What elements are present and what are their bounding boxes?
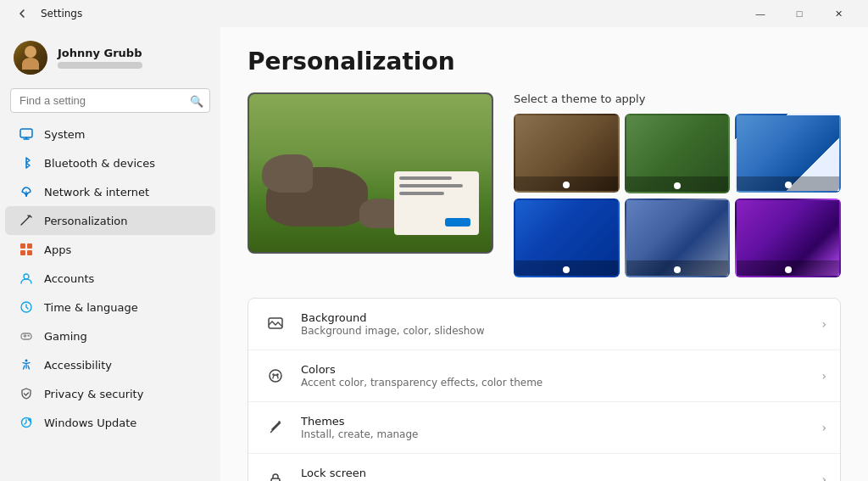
theme-option-6[interactable] — [735, 199, 841, 277]
search-box: 🔍 — [10, 88, 210, 113]
sidebar: Johnny Grubb 🔍 System Bluetooth & device… — [0, 27, 220, 481]
svg-point-12 — [270, 370, 281, 382]
theme-preview — [248, 92, 493, 254]
sidebar-item-label-privacy: Privacy & security — [44, 388, 143, 400]
preview-background — [249, 94, 492, 252]
theme-select-panel: Select a theme to apply — [514, 92, 841, 277]
profile-name: Johnny Grubb — [58, 47, 142, 59]
sidebar-item-bluetooth[interactable]: Bluetooth & devices — [5, 148, 215, 177]
page-title: Personalization — [248, 48, 841, 76]
lockscreen-icon — [262, 466, 289, 481]
theme-section: Select a theme to apply — [248, 92, 841, 277]
background-text: Background Background image, color, slid… — [301, 311, 810, 337]
sidebar-item-label-update: Windows Update — [44, 417, 136, 429]
colors-title: Colors — [301, 363, 810, 376]
theme-taskbar-dot-4 — [563, 266, 570, 273]
sidebar-item-time[interactable]: Time & language — [5, 293, 215, 322]
sidebar-item-system[interactable]: System — [5, 120, 215, 148]
lockscreen-text: Lock screen Lock screen images, apps, an… — [301, 467, 810, 481]
user-profile[interactable]: Johnny Grubb — [0, 34, 220, 88]
theme-select-label: Select a theme to apply — [514, 92, 841, 105]
themes-title: Themes — [301, 415, 810, 428]
svg-point-1 — [25, 195, 27, 197]
sidebar-item-label-personalization: Personalization — [44, 215, 128, 227]
settings-item-lockscreen[interactable]: Lock screen Lock screen images, apps, an… — [248, 454, 840, 481]
gaming-icon — [19, 328, 34, 344]
lockscreen-title: Lock screen — [301, 467, 810, 479]
svg-rect-5 — [27, 250, 32, 255]
theme-option-3[interactable] — [735, 114, 841, 193]
hippo-head — [262, 154, 313, 193]
theme-taskbar-dot-6 — [785, 266, 792, 273]
colors-text: Colors Accent color, transparency effect… — [301, 363, 810, 389]
sidebar-item-label-gaming: Gaming — [44, 330, 87, 343]
window-btn-preview — [445, 218, 470, 227]
theme-taskbar-dot-3 — [785, 182, 792, 188]
profile-subtitle — [58, 62, 142, 69]
sidebar-item-label-accessibility: Accessibility — [44, 359, 112, 372]
sidebar-item-accounts[interactable]: Accounts — [5, 264, 215, 293]
time-icon — [19, 299, 34, 315]
settings-list: Background Background image, color, slid… — [248, 298, 841, 481]
colors-icon — [262, 362, 289, 389]
update-icon — [19, 415, 34, 430]
sidebar-item-label-system: System — [44, 128, 85, 141]
svg-rect-3 — [27, 243, 32, 249]
personalization-icon — [19, 213, 34, 228]
sidebar-item-network[interactable]: Network & internet — [5, 177, 215, 206]
svg-rect-2 — [20, 243, 25, 249]
sidebar-item-update[interactable]: Windows Update — [5, 408, 215, 437]
background-arrow: › — [821, 317, 826, 331]
themes-arrow: › — [821, 421, 826, 434]
bluetooth-icon — [19, 155, 34, 171]
svg-point-6 — [24, 274, 29, 279]
theme-grid — [514, 114, 841, 277]
window-line-2 — [399, 184, 463, 187]
sidebar-item-personalization[interactable]: Personalization — [5, 206, 215, 235]
theme-option-5[interactable] — [625, 199, 731, 278]
theme-taskbar-dot-2 — [674, 182, 681, 189]
theme-option-2[interactable] — [625, 114, 731, 193]
theme-taskbar-dot-5 — [674, 266, 681, 273]
colors-subtitle: Accent color, transparency effects, colo… — [301, 377, 810, 389]
sidebar-item-accessibility[interactable]: Accessibility — [5, 350, 215, 379]
window-controls: — □ ✕ — [741, 0, 858, 27]
back-button[interactable] — [10, 2, 34, 25]
title-bar: Settings — □ ✕ — [0, 0, 868, 27]
app-title: Settings — [41, 8, 82, 20]
theme-taskbar-dot-1 — [563, 182, 570, 188]
sidebar-item-gaming[interactable]: Gaming — [5, 322, 215, 350]
settings-item-themes[interactable]: Themes Install, create, manage › — [248, 402, 840, 454]
app-body: Johnny Grubb 🔍 System Bluetooth & device… — [0, 27, 868, 481]
minimize-button[interactable]: — — [741, 0, 780, 27]
themes-icon — [262, 414, 289, 441]
settings-item-colors[interactable]: Colors Accent color, transparency effect… — [248, 350, 840, 402]
main-content: Personalization Sele — [220, 27, 868, 481]
maximize-button[interactable]: □ — [780, 0, 819, 27]
theme-option-4[interactable] — [514, 199, 620, 277]
svg-rect-4 — [20, 250, 25, 255]
background-title: Background — [301, 311, 810, 324]
privacy-icon — [19, 386, 34, 401]
avatar — [14, 41, 47, 75]
search-input[interactable] — [10, 88, 210, 113]
close-button[interactable]: ✕ — [819, 0, 858, 27]
sidebar-item-apps[interactable]: Apps — [5, 235, 215, 264]
accounts-icon — [19, 271, 34, 286]
search-icon: 🔍 — [190, 94, 203, 107]
window-line-1 — [399, 176, 452, 180]
sidebar-item-label-apps: Apps — [44, 243, 71, 256]
svg-rect-0 — [20, 129, 32, 137]
svg-point-9 — [25, 360, 28, 362]
theme-option-1[interactable] — [514, 114, 620, 193]
colors-arrow: › — [821, 369, 826, 383]
svg-point-13 — [272, 373, 274, 375]
settings-item-background[interactable]: Background Background image, color, slid… — [248, 299, 840, 350]
profile-info: Johnny Grubb — [58, 47, 142, 69]
background-subtitle: Background image, color, slideshow — [301, 325, 810, 337]
sidebar-item-label-bluetooth: Bluetooth & devices — [44, 157, 155, 170]
accessibility-icon — [19, 357, 34, 372]
sidebar-item-privacy[interactable]: Privacy & security — [5, 379, 215, 408]
network-icon — [19, 184, 34, 199]
sidebar-item-label-network: Network & internet — [44, 186, 149, 199]
